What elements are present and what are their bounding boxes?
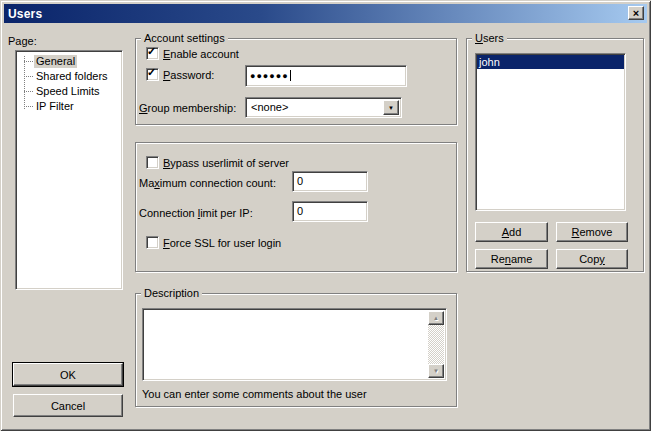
scroll-up-button[interactable]: ▲ (428, 311, 444, 325)
group-membership-label: Group membership: (139, 102, 236, 115)
ok-button[interactable]: OK (13, 363, 123, 386)
group-membership-select[interactable]: <none> ▼ (245, 97, 402, 118)
page-tree[interactable]: General Shared folders Speed Limits IP F… (15, 50, 123, 290)
cancel-button[interactable]: Cancel (13, 394, 123, 417)
max-connections-label: Maximum connection count: (139, 177, 276, 190)
bypass-userlimit-label: Bypass userlimit of server (163, 157, 289, 170)
text-caret (290, 70, 291, 81)
close-button[interactable]: × (628, 6, 644, 20)
users-dialog: Users × Page: General Shared folders Spe… (0, 0, 651, 431)
users-caption: Users (472, 32, 507, 44)
enable-account-label: Enable account (163, 48, 239, 61)
tree-item-ip-filter[interactable]: IP Filter (16, 99, 122, 114)
add-user-button-label: Add (502, 226, 522, 238)
remove-user-button-label: Remove (572, 226, 613, 238)
tree-item-label[interactable]: Shared folders (34, 70, 110, 83)
close-icon: × (633, 8, 639, 19)
ok-button-label: OK (60, 369, 76, 381)
ip-limit-value: 0 (297, 205, 303, 217)
tree-item-label[interactable]: IP Filter (34, 100, 76, 113)
page-label: Page: (8, 35, 37, 48)
account-settings-caption: Account settings (141, 32, 228, 44)
tree-item-general[interactable]: General (16, 54, 122, 69)
max-connections-value: 0 (297, 175, 303, 187)
tree-item-label[interactable]: Speed Limits (34, 85, 102, 98)
tree-item-speed-limits[interactable]: Speed Limits (16, 84, 122, 99)
remove-user-button[interactable]: Remove (556, 222, 628, 242)
window-title: Users (4, 7, 42, 21)
force-ssl-checkbox[interactable]: ✓ (146, 236, 159, 249)
password-label: Password: (163, 69, 214, 82)
arrow-down-icon: ▼ (433, 368, 439, 374)
description-scrollbar[interactable]: ▲ ▼ (428, 311, 444, 378)
ip-limit-label: Connection limit per IP: (139, 207, 253, 220)
password-input[interactable]: ●●●●●● (245, 65, 407, 87)
description-hint: You can enter some comments about the us… (142, 388, 367, 401)
copy-user-button[interactable]: Copy (556, 249, 628, 269)
titlebar: Users × (4, 4, 647, 23)
max-connections-input[interactable]: 0 (292, 171, 368, 192)
user-list-item[interactable]: john (477, 55, 624, 69)
password-masked-value: ●●●●●● (250, 71, 289, 81)
password-checkbox[interactable]: ✓ (146, 68, 159, 81)
rename-user-button[interactable]: Rename (475, 249, 548, 269)
check-icon: ✓ (147, 66, 156, 79)
group-membership-value: <none> (248, 100, 383, 115)
force-ssl-label: Force SSL for user login (163, 237, 281, 250)
bypass-userlimit-checkbox[interactable]: ✓ (146, 156, 159, 169)
rename-user-button-label: Rename (491, 253, 533, 265)
dropdown-button[interactable]: ▼ (383, 100, 399, 115)
scroll-down-button[interactable]: ▼ (428, 364, 444, 378)
arrow-up-icon: ▲ (433, 315, 439, 321)
copy-user-button-label: Copy (579, 253, 605, 265)
description-textarea[interactable]: ▲ ▼ (142, 308, 447, 381)
users-listbox[interactable]: john (475, 53, 626, 211)
enable-account-checkbox[interactable]: ✓ (146, 47, 159, 60)
check-icon: ✓ (147, 45, 156, 58)
cancel-button-label: Cancel (51, 400, 85, 412)
chevron-down-icon: ▼ (388, 105, 394, 111)
add-user-button[interactable]: Add (475, 222, 548, 242)
tree-item-shared-folders[interactable]: Shared folders (16, 69, 122, 84)
ip-limit-input[interactable]: 0 (292, 201, 368, 222)
tree-item-label[interactable]: General (34, 55, 77, 68)
description-caption: Description (141, 287, 202, 299)
